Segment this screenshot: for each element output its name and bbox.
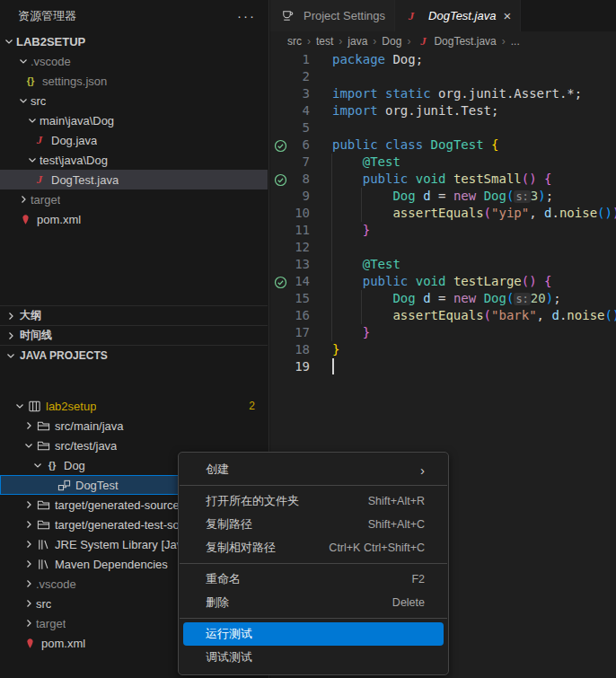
jp-item-label: lab2setup <box>46 400 96 413</box>
chevron-right-icon <box>4 329 18 343</box>
section-header-timeline[interactable]: 时间线 <box>0 325 268 345</box>
vscode-window: 资源管理器 ··· LAB2SETUP.vscode{}settings.jso… <box>0 0 616 678</box>
chevron-down-icon[interactable] <box>22 438 36 453</box>
code-line-16[interactable]: 16 assertEquals("bark", d.noise()); <box>270 307 616 324</box>
code-line-14[interactable]: 14 public void testLarge() { <box>270 273 616 290</box>
code-line-12[interactable]: 12 <box>270 239 616 256</box>
line-number: 11 <box>270 222 310 239</box>
code-line-8[interactable]: 8 public void testSmall() { <box>270 171 616 188</box>
chevron-right-icon <box>4 309 18 323</box>
menu-item-label: 复制路径 <box>206 516 252 533</box>
code-line-2[interactable]: 2 <box>270 68 616 85</box>
jp-item-src-main-java[interactable]: src/main/java <box>0 416 268 436</box>
explorer-item-dog-java[interactable]: JDog.java <box>0 130 268 150</box>
jp-item-label: src <box>36 597 51 611</box>
menu-item-复制路径[interactable]: 复制路径Shift+Alt+C <box>179 513 448 536</box>
chevron-right-icon[interactable] <box>22 418 36 433</box>
breadcrumb-item[interactable]: src <box>287 35 302 48</box>
package-folder-icon <box>36 517 50 532</box>
jp-item-label: src/main/java <box>55 419 124 433</box>
chevron-down-icon[interactable] <box>16 93 31 108</box>
code-line-15[interactable]: 15 Dog d = new Dog(s:20); <box>270 290 616 307</box>
chevron-down-icon[interactable] <box>13 399 27 413</box>
breadcrumb-tail[interactable]: ... <box>511 35 520 48</box>
package-folder-icon <box>36 438 50 453</box>
menu-item-打开所在的文件夹[interactable]: 打开所在的文件夹Shift+Alt+R <box>179 489 448 513</box>
section-header-outline[interactable]: 大纲 <box>0 305 268 325</box>
code-line-10[interactable]: 10 assertEquals("yip", d.noise()); <box>270 205 616 222</box>
chevron-down-icon[interactable] <box>25 153 40 167</box>
menu-item-重命名[interactable]: 重命名F2 <box>179 568 448 591</box>
menu-item-运行测试[interactable]: 运行测试 <box>183 622 444 646</box>
explorer-item-test-java-dog[interactable]: test\java\Dog <box>0 150 268 170</box>
more-actions-icon[interactable]: ··· <box>237 8 256 23</box>
code-line-1[interactable]: 1package Dog; <box>270 51 616 68</box>
menu-separator <box>180 618 447 619</box>
explorer-item-src[interactable]: src <box>0 91 268 110</box>
code-line-6[interactable]: 6public class DogTest { <box>270 136 616 154</box>
breadcrumb-item[interactable]: java <box>348 35 367 48</box>
menu-item-label: 删除 <box>206 594 229 611</box>
maven-pin-icon <box>22 636 37 650</box>
jp-item-lab2setup[interactable]: lab2setup2 <box>0 396 268 416</box>
line-number: 10 <box>270 205 310 222</box>
explorer-item-label: .vscode <box>31 55 71 68</box>
line-number: 17 <box>270 324 310 341</box>
jp-item-label: target <box>36 617 66 630</box>
jp-item-label: Maven Dependencies <box>55 558 168 571</box>
explorer-item-pom-xml[interactable]: pom.xml <box>0 209 268 229</box>
menu-item-复制相对路径[interactable]: 复制相对路径Ctrl+K Ctrl+Shift+C <box>179 536 448 559</box>
close-icon[interactable]: × <box>503 9 511 22</box>
java-project-settings-icon <box>279 9 294 23</box>
code-line-7[interactable]: 7 @Test <box>270 154 616 171</box>
code-line-11[interactable]: 11 } <box>270 222 616 239</box>
menu-item-调试测试[interactable]: 调试测试 <box>179 646 448 669</box>
chevron-down-icon[interactable] <box>16 54 31 68</box>
chevron-right-icon[interactable] <box>22 557 36 571</box>
explorer-item-settings-json[interactable]: {}settings.json <box>0 71 268 91</box>
chevron-right-icon[interactable] <box>22 616 36 630</box>
menu-item-创建[interactable]: 创建› <box>179 458 448 481</box>
breadcrumb-separator: › <box>373 35 376 48</box>
section-header-java-projects[interactable]: JAVA PROJECTS <box>0 345 268 365</box>
chevron-right-icon[interactable] <box>16 192 31 207</box>
jp-item-label: target/generated-sources <box>55 498 185 512</box>
breadcrumb-item[interactable]: test <box>316 35 333 48</box>
explorer-item-label: pom.xml <box>37 213 81 226</box>
problems-badge: 2 <box>249 400 255 412</box>
code-line-3[interactable]: 3import static org.junit.Assert.*; <box>270 85 616 102</box>
explorer-item-main-java-dog[interactable]: main\java\Dog <box>0 110 268 130</box>
tab-project-settings[interactable]: Project Settings <box>270 0 395 31</box>
chevron-down-icon[interactable] <box>25 113 40 128</box>
code-line-9[interactable]: 9 Dog d = new Dog(s:3); <box>270 188 616 205</box>
chevron-right-icon[interactable] <box>22 497 36 512</box>
java-file-icon: J <box>32 172 47 187</box>
explorer-item-lab2setup[interactable]: LAB2SETUP <box>0 31 268 51</box>
chevron-right-icon[interactable] <box>22 596 36 611</box>
code-line-4[interactable]: 4import org.junit.Test; <box>270 102 616 119</box>
explorer-item--vscode[interactable]: .vscode <box>0 51 268 71</box>
code-line-5[interactable]: 5 <box>270 119 616 136</box>
menu-item-label: 运行测试 <box>206 626 252 642</box>
menu-item-label: 打开所在的文件夹 <box>206 493 299 509</box>
chevron-down-icon[interactable] <box>2 34 16 48</box>
section-label: 时间线 <box>20 328 52 343</box>
code-line-19[interactable]: 19 <box>270 358 616 375</box>
code-line-17[interactable]: 17 } <box>270 324 616 341</box>
explorer-item-label: DogTest.java <box>51 173 119 187</box>
tab-dogtest-java[interactable]: JDogTest.java× <box>395 0 521 31</box>
menu-item-删除[interactable]: 删除Delete <box>179 591 448 614</box>
explorer-item-target[interactable]: target <box>0 189 268 209</box>
chevron-right-icon[interactable] <box>22 517 36 532</box>
line-number: 12 <box>270 239 310 256</box>
breadcrumb-item[interactable]: Dog <box>382 35 401 48</box>
chevron-right-icon[interactable] <box>22 537 36 551</box>
line-number: 13 <box>270 256 310 273</box>
code-line-13[interactable]: 13 @Test <box>270 256 616 273</box>
line-number: 1 <box>270 51 310 68</box>
chevron-right-icon[interactable] <box>22 577 36 591</box>
chevron-down-icon[interactable] <box>31 458 45 472</box>
breadcrumb-item-file[interactable]: DogTest.java <box>434 35 496 48</box>
explorer-item-dogtest-java[interactable]: JDogTest.java <box>0 170 268 189</box>
code-line-18[interactable]: 18} <box>270 341 616 358</box>
